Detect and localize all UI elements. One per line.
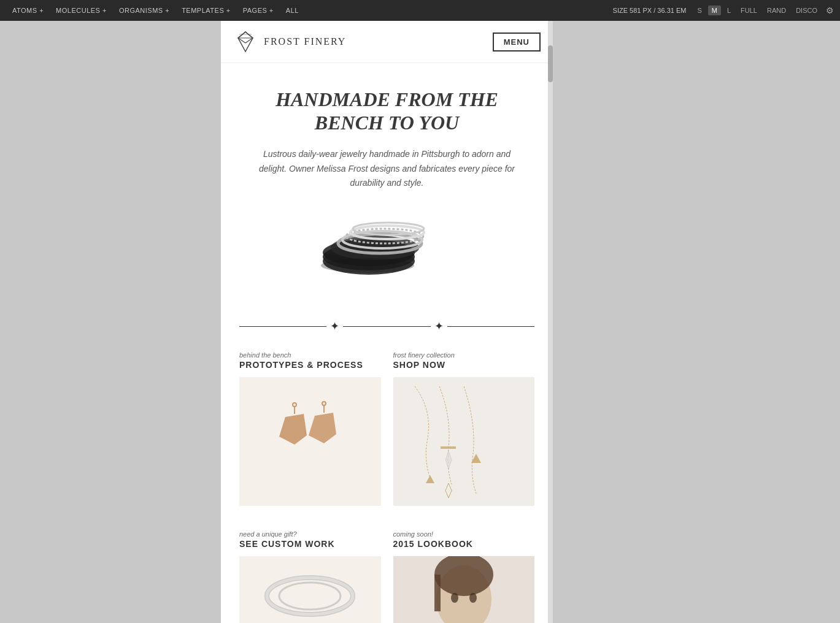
lookbook-section: coming soon! 2015 LOOKBOOK (387, 530, 535, 623)
main-content: FROST FINERY MENU HANDMADE FROM THE BENC… (221, 21, 553, 623)
nav-atoms[interactable]: ATOMS + (6, 0, 50, 21)
svg-marker-0 (238, 32, 253, 52)
nav-left: ATOMS + MOLECULES + ORGANISMS + TEMPLATE… (6, 0, 305, 21)
lookbook-subtitle: coming soon! (393, 530, 535, 538)
svg-rect-30 (434, 575, 441, 611)
hero-title: HANDMADE FROM THE BENCH TO YOU (239, 88, 534, 135)
face-svg (403, 556, 525, 623)
svg-rect-22 (441, 446, 456, 449)
divider-ornament-left: ✦ (330, 319, 339, 333)
size-l-button[interactable]: L (723, 6, 734, 15)
divider: ✦ ✦ (221, 319, 553, 333)
svg-marker-14 (279, 414, 307, 445)
necklaces-image[interactable] (393, 377, 535, 506)
svg-marker-24 (445, 483, 452, 498)
site-header: FROST FINERY MENU (221, 21, 553, 63)
prototypes-section: behind the bench PROTOTYPES & PROCESS (239, 351, 387, 518)
size-full-button[interactable]: FULL (737, 6, 761, 15)
bottom-two-column-section: need a unique gift? SEE CUSTOM WORK comi… (221, 530, 553, 623)
svg-marker-20 (471, 454, 481, 463)
svg-point-19 (322, 402, 326, 405)
prototypes-title: PROTOTYPES & PROCESS (239, 360, 381, 370)
settings-icon[interactable]: ⚙ (826, 6, 834, 15)
size-rand-button[interactable]: RAND (763, 6, 790, 15)
svg-point-31 (451, 593, 458, 603)
size-disco-button[interactable]: DISCO (792, 6, 821, 15)
scrollbar-thumb[interactable] (548, 45, 553, 82)
size-s-button[interactable]: S (693, 6, 705, 15)
divider-line-right (447, 326, 534, 327)
earrings-svg (261, 386, 359, 497)
logo-area: FROST FINERY (233, 29, 346, 54)
lookbook-image[interactable] (393, 556, 535, 623)
logo-text: FROST FINERY (264, 36, 346, 47)
nav-all[interactable]: ALL (280, 0, 305, 21)
hero-section: HANDMADE FROM THE BENCH TO YOU Lustrous … (221, 63, 553, 319)
necklaces-svg (396, 380, 531, 503)
nav-templates[interactable]: TEMPLATES + (175, 0, 237, 21)
prototypes-subtitle: behind the bench (239, 351, 381, 359)
nav-right: SIZE 581 PX / 36.31 EM S M L FULL RAND D… (613, 6, 834, 15)
svg-point-27 (279, 583, 341, 610)
shop-title: SHOP NOW (393, 360, 535, 370)
nav-organisms[interactable]: ORGANISMS + (113, 0, 175, 21)
left-panel (0, 21, 221, 623)
rings-svg (289, 209, 485, 283)
menu-button[interactable]: MENU (493, 32, 541, 52)
custom-title: SEE CUSTOM WORK (239, 539, 381, 549)
lookbook-title: 2015 LOOKBOOK (393, 539, 535, 549)
nav-pages[interactable]: PAGES + (237, 0, 280, 21)
earrings-image[interactable] (239, 377, 381, 506)
svg-point-13 (321, 258, 414, 273)
hero-description: Lustrous daily-wear jewelry handmade in … (258, 147, 516, 191)
shop-subtitle: frost finery collection (393, 351, 535, 359)
right-panel (553, 21, 840, 623)
two-column-section: behind the bench PROTOTYPES & PROCESS (221, 351, 553, 518)
divider-line-mid (343, 326, 430, 327)
divider-line-left (239, 326, 326, 327)
top-navigation: ATOMS + MOLECULES + ORGANISMS + TEMPLATE… (0, 0, 840, 21)
svg-marker-17 (309, 413, 336, 443)
logo-icon (233, 29, 258, 54)
bracelet-image[interactable] (239, 556, 381, 623)
svg-marker-23 (445, 451, 452, 469)
nav-molecules[interactable]: MOLECULES + (50, 0, 113, 21)
size-m-button[interactable]: M (708, 6, 721, 15)
scrollbar-track (548, 21, 553, 623)
shop-section: frost finery collection SHOP NOW (387, 351, 535, 518)
size-info: SIZE 581 PX / 36.31 EM (613, 7, 687, 14)
custom-work-section: need a unique gift? SEE CUSTOM WORK (239, 530, 387, 623)
svg-point-32 (469, 593, 477, 603)
custom-subtitle: need a unique gift? (239, 530, 381, 538)
rings-image (271, 209, 504, 289)
page-wrapper: FROST FINERY MENU HANDMADE FROM THE BENC… (0, 21, 840, 623)
svg-point-16 (293, 403, 296, 407)
bracelet-svg (249, 559, 371, 623)
divider-ornament-right: ✦ (434, 319, 444, 333)
svg-marker-21 (426, 475, 434, 483)
